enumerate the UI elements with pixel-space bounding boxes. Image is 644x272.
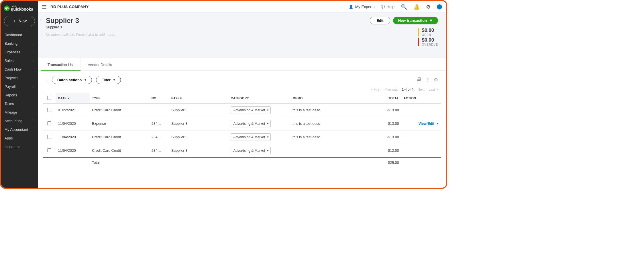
col-date[interactable]: DATE▼ — [56, 93, 90, 104]
category-select[interactable]: Advertising & Marketing ▼ — [231, 106, 271, 114]
page-range: 1-4 of 4 — [402, 88, 414, 92]
col-total[interactable]: TOTAL — [350, 93, 401, 104]
cell-date: 01/22/2021 — [56, 104, 90, 117]
sidebar-item-myaccountant[interactable]: My Accountant — [1, 125, 38, 134]
help-button[interactable]: ⓘ Help — [381, 4, 394, 9]
sort-desc-icon: ▼ — [68, 97, 70, 100]
table-row[interactable]: 11/04/2020 Credit Card Credit 234… Suppl… — [43, 131, 441, 144]
category-value: Advertising & Marketing — [231, 107, 265, 114]
cell-payee: Supplier 3 — [169, 104, 229, 117]
sidebar-item-dashboard[interactable]: Dashboard — [1, 31, 38, 39]
cell-no — [149, 104, 169, 117]
select-all-checkbox[interactable] — [47, 96, 51, 100]
cell-date: 11/04/2020 — [56, 131, 90, 144]
nav-label: Reports — [5, 93, 17, 97]
filter-label: Filter — [101, 78, 111, 82]
sidebar-item-accounting[interactable]: Accounting› — [1, 117, 38, 125]
help-label: Help — [386, 5, 394, 9]
cell-type: Credit Card Credit — [90, 131, 149, 144]
logo[interactable]: qb intuit quickbooks — [1, 3, 38, 16]
col-memo[interactable]: MEMO — [290, 93, 350, 104]
nav-label: Cash Flow — [5, 67, 21, 71]
pagination: < First Previous 1-4 of 4 Next Last > — [38, 86, 446, 93]
search-icon[interactable]: 🔍 — [401, 4, 407, 10]
total-amount: -$25.00 — [350, 158, 401, 168]
sidebar-item-mileage[interactable]: Mileage — [1, 108, 38, 117]
sidebar-item-taxes[interactable]: Taxes — [1, 100, 38, 108]
col-no[interactable]: NO. — [149, 93, 169, 104]
export-icon[interactable]: ⇪ — [426, 77, 430, 83]
my-experts-button[interactable]: 👤 My Experts — [349, 5, 375, 9]
sidebar-item-insurance[interactable]: Insurance — [1, 143, 38, 151]
tab-transaction-list[interactable]: Transaction List — [41, 58, 81, 70]
hamburger-icon[interactable] — [42, 5, 46, 9]
sidebar-item-cashflow[interactable]: Cash Flow› — [1, 65, 38, 74]
collapse-sidebar-icon[interactable]: →: — [38, 17, 43, 21]
nav-label: Expenses — [5, 50, 20, 54]
tab-vendor-details[interactable]: Vendor Details — [81, 58, 119, 70]
page-prev[interactable]: Previous — [384, 88, 398, 92]
overdue-label: OVERDUE — [422, 43, 438, 46]
sidebar-item-apps[interactable]: Apps — [1, 134, 38, 143]
category-select[interactable]: Advertising & Marketing ▼ — [231, 133, 271, 141]
gear-icon[interactable]: ⚙ — [426, 4, 431, 10]
nav-label: Apps — [5, 136, 13, 140]
table-row[interactable]: 11/04/2020 Expense 234… Supplier 3 Adver… — [43, 117, 441, 131]
chevron-right-icon: › — [34, 85, 34, 88]
table-settings-icon[interactable]: ⚙ — [434, 77, 438, 83]
row-checkbox[interactable] — [47, 121, 51, 125]
vendor-header: Supplier 3 Supplier 3 No notes available… — [38, 13, 446, 58]
new-transaction-button[interactable]: New transaction ▼ — [393, 17, 438, 24]
print-icon[interactable]: 🖶 — [417, 77, 422, 83]
row-checkbox[interactable] — [47, 148, 51, 152]
batch-actions-button[interactable]: Batch actions ▼ — [52, 76, 92, 84]
row-action[interactable]: View/Edit▼ — [404, 122, 439, 126]
sidebar-item-sales[interactable]: Sales› — [1, 57, 38, 65]
row-checkbox[interactable] — [47, 108, 51, 112]
row-checkbox[interactable] — [47, 135, 51, 139]
new-button[interactable]: ＋ New — [4, 16, 35, 26]
chevron-right-icon: › — [34, 59, 34, 63]
category-select[interactable]: Advertising & Marketing ▼ — [231, 147, 271, 154]
company-name: RB PLUS COMPANY — [50, 5, 89, 9]
cell-payee: Supplier 3 — [169, 131, 229, 144]
filter-button[interactable]: Filter ▼ — [96, 76, 121, 84]
nav-label: Sales — [5, 59, 13, 63]
edit-button[interactable]: Edit — [370, 17, 390, 24]
table-row[interactable]: 11/04/2020 Credit Card Credit 234… Suppl… — [43, 144, 441, 158]
page-subtitle: Supplier 3 — [46, 25, 115, 29]
col-payee[interactable]: PAYEE — [169, 93, 229, 104]
page-next[interactable]: Next — [417, 88, 425, 92]
page-last[interactable]: Last > — [429, 88, 438, 92]
col-action[interactable]: ACTION — [401, 93, 441, 104]
cell-no: 234… — [149, 144, 169, 158]
category-value: Advertising & Marketing — [231, 147, 265, 154]
qb-logo-icon: qb — [4, 5, 10, 11]
sidebar-item-expenses[interactable]: Expenses› — [1, 48, 38, 57]
category-value: Advertising & Marketing — [231, 120, 265, 127]
sidebar-item-projects[interactable]: Projects — [1, 74, 38, 82]
cell-date: 11/04/2020 — [56, 144, 90, 158]
col-type[interactable]: TYPE — [90, 93, 149, 104]
cell-no: 234… — [149, 117, 169, 131]
table-row[interactable]: 01/22/2021 Credit Card Credit Supplier 3… — [43, 104, 441, 117]
sort-icon[interactable]: ↓ — [46, 78, 48, 82]
cell-type: Credit Card Credit — [90, 144, 149, 158]
category-select[interactable]: Advertising & Marketing ▼ — [231, 120, 271, 127]
overdue-amount: $0.00 — [422, 38, 438, 43]
sidebar-item-reports[interactable]: Reports — [1, 91, 38, 100]
chevron-right-icon: › — [34, 120, 34, 123]
notes-placeholder[interactable]: No notes available. Please click to add … — [46, 33, 115, 37]
sidebar-item-payroll[interactable]: Payroll› — [1, 82, 38, 91]
sidebar-item-banking[interactable]: Banking› — [1, 39, 38, 48]
page-first[interactable]: < First — [371, 88, 380, 92]
person-icon: 👤 — [349, 5, 354, 9]
nav-label: Taxes — [5, 102, 14, 106]
avatar[interactable] — [437, 4, 442, 9]
sidebar: qb intuit quickbooks ＋ New Dashboard Ban… — [1, 1, 38, 188]
topbar: RB PLUS COMPANY 👤 My Experts ⓘ Help 🔍 🔔 … — [38, 1, 446, 13]
nav-label: Payroll — [5, 85, 15, 89]
page-title: Supplier 3 — [46, 17, 115, 25]
col-category[interactable]: CATEGORY — [228, 93, 290, 104]
bell-icon[interactable]: 🔔 — [413, 4, 420, 10]
